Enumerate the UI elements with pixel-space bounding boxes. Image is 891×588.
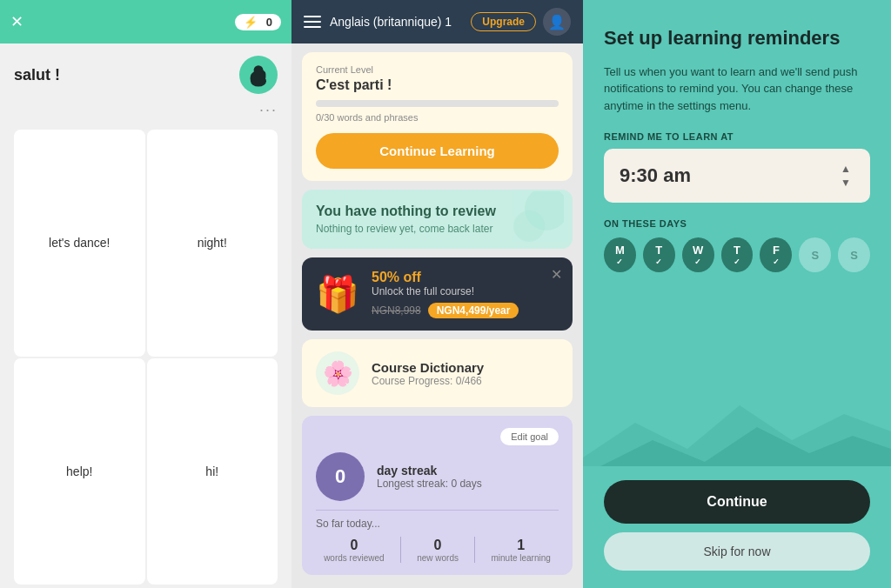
svg-point-3 bbox=[513, 210, 545, 242]
dictionary-subtitle: Course Progress: 0/466 bbox=[372, 375, 484, 387]
right-panel: Set up learning reminders Tell us when y… bbox=[583, 0, 891, 588]
new-price[interactable]: NGN4,499/year bbox=[428, 303, 519, 318]
stat-words-reviewed-label: words reviewed bbox=[324, 553, 384, 563]
mid-header: Anglais (britannique) 1 Upgrade 👤 bbox=[291, 0, 583, 43]
day-button-0[interactable]: M✓ bbox=[604, 237, 636, 272]
close-icon[interactable]: ✕ bbox=[10, 12, 23, 31]
day-button-4[interactable]: F✓ bbox=[760, 237, 792, 272]
streak-title: day streak bbox=[377, 464, 482, 478]
stat-words-reviewed-value: 0 bbox=[324, 538, 384, 553]
stat-new-words-value: 0 bbox=[417, 538, 459, 553]
day-button-1[interactable]: T✓ bbox=[643, 237, 675, 272]
left-panel: ✕ ⚡ 0 salut ! ··· let's dance! night! he… bbox=[0, 0, 291, 588]
days-row: M✓T✓W✓T✓F✓SS bbox=[604, 237, 870, 272]
days-label: ON THESE DAYS bbox=[604, 218, 870, 229]
time-up-button[interactable]: ▲ bbox=[837, 163, 854, 175]
stat-new-words: 0 new words bbox=[417, 538, 459, 563]
progress-label: 0/30 words and phrases bbox=[316, 112, 559, 123]
vocab-card-0[interactable]: let's dance! bbox=[14, 130, 145, 357]
remind-label: REMIND ME TO LEARN AT bbox=[604, 131, 870, 142]
promo-title: 50% off bbox=[372, 270, 559, 285]
time-picker[interactable]: 9:30 am ▲ ▼ bbox=[604, 149, 870, 203]
skip-button[interactable]: Skip for now bbox=[604, 532, 870, 571]
streak-today-label: So far today... bbox=[316, 518, 559, 530]
time-arrows: ▲ ▼ bbox=[837, 163, 854, 189]
streak-separator-2 bbox=[474, 537, 475, 563]
old-price: NGN8,998 bbox=[372, 304, 421, 317]
left-header: ✕ ⚡ 0 bbox=[0, 0, 291, 43]
toggle-icon: ⚡ bbox=[244, 16, 258, 29]
svg-point-1 bbox=[254, 65, 264, 75]
time-down-button[interactable]: ▼ bbox=[837, 177, 854, 189]
streak-divider bbox=[316, 510, 559, 511]
dictionary-icon: 🌸 bbox=[316, 351, 359, 395]
vocab-grid: let's dance! night! help! hi! bbox=[14, 130, 278, 585]
mid-header-icons: Upgrade 👤 bbox=[471, 8, 571, 36]
edit-goal-button[interactable]: Edit goal bbox=[500, 428, 559, 445]
streak-main: 0 day streak Longest streak: 0 days bbox=[316, 452, 559, 501]
avatar bbox=[239, 56, 278, 94]
dictionary-info: Course Dictionary Course Progress: 0/466 bbox=[372, 360, 484, 387]
vocab-card-1[interactable]: night! bbox=[147, 130, 278, 357]
promo-content: 50% off Unlock the full course! NGN8,998… bbox=[372, 270, 559, 318]
score-value: 0 bbox=[266, 16, 272, 29]
streak-card: Edit goal 0 day streak Longest streak: 0… bbox=[302, 416, 573, 575]
greeting-text: salut ! bbox=[14, 66, 60, 84]
streak-separator-1 bbox=[400, 537, 401, 563]
streak-count: 0 bbox=[316, 452, 365, 501]
dictionary-title: Course Dictionary bbox=[372, 360, 484, 375]
review-card: You have nothing to review Nothing to re… bbox=[302, 190, 573, 249]
continue-learning-button[interactable]: Continue Learning bbox=[316, 133, 559, 169]
mid-content: Current Level C'est parti ! 0/30 words a… bbox=[291, 43, 583, 584]
course-title: Anglais (britannique) 1 bbox=[330, 15, 452, 29]
time-value: 9:30 am bbox=[620, 164, 691, 187]
stat-minute-learning: 1 minute learning bbox=[491, 538, 550, 563]
current-level-label: Current Level bbox=[316, 64, 559, 75]
streak-info: day streak Longest streak: 0 days bbox=[377, 464, 482, 490]
vocab-card-2[interactable]: help! bbox=[14, 358, 145, 585]
promo-close-icon[interactable]: ✕ bbox=[551, 266, 562, 283]
right-description: Tell us when you want to learn and we'll… bbox=[604, 63, 870, 115]
continue-button[interactable]: Continue bbox=[604, 480, 870, 524]
stat-minute-learning-value: 1 bbox=[491, 538, 550, 553]
stat-new-words-label: new words bbox=[417, 553, 459, 563]
day-button-3[interactable]: T✓ bbox=[721, 237, 754, 272]
promo-subtitle: Unlock the full course! bbox=[372, 285, 559, 297]
right-title: Set up learning reminders bbox=[604, 26, 870, 51]
dictionary-card[interactable]: 🌸 Course Dictionary Course Progress: 0/4… bbox=[302, 339, 573, 407]
upgrade-button[interactable]: Upgrade bbox=[471, 12, 536, 31]
score-badge: ⚡ 0 bbox=[235, 14, 281, 30]
profile-icon[interactable]: 👤 bbox=[543, 8, 571, 36]
streak-stats: 0 words reviewed 0 new words 1 minute le… bbox=[316, 537, 559, 563]
promo-prices: NGN8,998 NGN4,499/year bbox=[372, 303, 559, 318]
right-bottom: Continue Skip for now bbox=[583, 466, 891, 588]
current-level-card: Current Level C'est parti ! 0/30 words a… bbox=[302, 52, 573, 181]
middle-panel: Anglais (britannique) 1 Upgrade 👤 Curren… bbox=[291, 0, 583, 588]
day-button-6[interactable]: S bbox=[838, 237, 870, 272]
gift-icon: 🎁 bbox=[316, 274, 359, 315]
stat-words-reviewed: 0 words reviewed bbox=[324, 538, 384, 563]
current-level-name: C'est parti ! bbox=[316, 77, 559, 93]
streak-top: Edit goal bbox=[316, 428, 559, 445]
mid-header-left: Anglais (britannique) 1 bbox=[304, 12, 452, 31]
hamburger-icon[interactable] bbox=[304, 12, 321, 31]
vocab-card-3[interactable]: hi! bbox=[147, 358, 278, 585]
greeting-row: salut ! bbox=[0, 43, 291, 99]
streak-subtitle: Longest streak: 0 days bbox=[377, 478, 482, 490]
day-button-5[interactable]: S bbox=[799, 237, 831, 272]
day-button-2[interactable]: W✓ bbox=[682, 237, 714, 272]
review-decoration bbox=[494, 191, 564, 247]
progress-bar bbox=[316, 100, 559, 107]
dots-row: ··· bbox=[0, 99, 291, 126]
promo-card: 🎁 50% off Unlock the full course! NGN8,9… bbox=[302, 257, 573, 331]
stat-minute-learning-label: minute learning bbox=[491, 553, 550, 563]
bottom-nav: 🏠 🚀 bbox=[291, 584, 583, 588]
more-options-icon[interactable]: ··· bbox=[259, 101, 278, 119]
